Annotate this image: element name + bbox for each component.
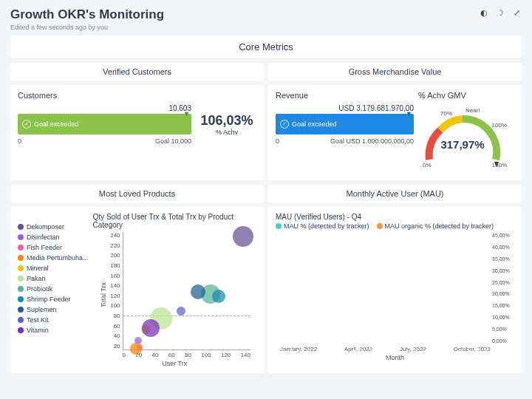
- x-tick: 100: [201, 352, 211, 358]
- mau-bar-chart[interactable]: 45,00%40,00%35,00%30,00%25,00%20,00%15,0…: [280, 233, 491, 344]
- customers-min: 0: [18, 137, 21, 145]
- y-tick: 20,00%: [492, 291, 514, 296]
- gauge-tick-70: 70%: [440, 110, 452, 117]
- goal-marker-icon: ▼: [406, 110, 412, 117]
- legend-item[interactable]: Disinfectan: [18, 233, 89, 241]
- scatter-point[interactable]: [177, 307, 185, 316]
- customers-pct-label: % Achv: [197, 129, 256, 136]
- check-icon: ✓: [280, 120, 289, 129]
- customers-progress-bar: ✓ Goal exceeded: [18, 114, 191, 134]
- scatter-plot[interactable]: 24022020018016014012010080604020 Total T…: [123, 232, 250, 350]
- mau-legend-a: MAU % (detected by tracker): [284, 222, 369, 230]
- expand-icon[interactable]: ⤢: [511, 7, 522, 18]
- x-tick: 60: [168, 352, 175, 358]
- bar-value: 14,03%: [441, 338, 446, 355]
- bar-value: 46,10%: [317, 338, 322, 355]
- legend-label: Vitamin: [27, 327, 49, 334]
- scatter-point[interactable]: [233, 226, 253, 247]
- bar-value: 21,82%: [423, 338, 429, 355]
- page-subtitle: Edited a few seconds ago by you: [10, 24, 164, 31]
- goal-marker-icon: ▼: [183, 110, 190, 117]
- x-tick: 120: [221, 352, 231, 358]
- customers-title: Customers: [18, 91, 256, 100]
- scatter-subtitle: Qty Sold of User Trx & Total Trx by Prod…: [93, 213, 256, 229]
- y-tick: 45,00%: [492, 233, 514, 238]
- dot-icon: [377, 223, 383, 229]
- gauge-tick-150: 150%: [492, 162, 507, 168]
- x-tick: 140: [241, 352, 250, 358]
- y-tick: 240: [103, 232, 120, 239]
- scatter-point[interactable]: [212, 290, 225, 303]
- legend-item[interactable]: Probiotik: [18, 285, 89, 293]
- dot-icon: [18, 255, 24, 261]
- legend-label: Pakan: [27, 275, 46, 282]
- y-tick: 35,00%: [492, 256, 514, 262]
- mau-legend-b: MAU organic % (detected by tracker): [385, 222, 494, 230]
- scatter-point[interactable]: [142, 319, 160, 337]
- legend-item[interactable]: Test Kit: [18, 316, 89, 324]
- check-icon: ✓: [22, 120, 31, 129]
- legend-item[interactable]: Suplemen: [18, 306, 89, 313]
- bar-value: 14,17%: [485, 338, 490, 355]
- customers-goal-text: Goal exceeded: [34, 120, 79, 128]
- legend-item[interactable]: Fish Feeder: [18, 244, 89, 251]
- legend-label: Mineral: [27, 265, 49, 272]
- bar-value: 27,79%: [343, 338, 348, 355]
- scatter-point[interactable]: [130, 343, 142, 355]
- y-tick: 160: [103, 273, 120, 279]
- gauge-achv-gmv: 317,97% 0% 70% Near! 100% 150%: [418, 104, 507, 174]
- subsection-verified-customers: Verified Customers: [10, 63, 264, 81]
- legend-item[interactable]: Mineral: [18, 265, 89, 272]
- bar-value: 19,81%: [477, 338, 482, 355]
- bar-value: 34,17%: [388, 338, 393, 355]
- x-tick: 40: [152, 352, 159, 358]
- bar-value: 22,83%: [432, 338, 437, 355]
- y-tick: 0,00%: [492, 338, 514, 344]
- revenue-value: USD 3.179.681.970,00: [276, 104, 414, 112]
- customers-pct: 106,03%: [197, 113, 256, 129]
- clock-icon[interactable]: ◐: [479, 7, 489, 18]
- bar-value: 47,32%: [335, 338, 340, 355]
- dot-icon: [18, 286, 24, 292]
- dot-icon: [18, 327, 24, 333]
- x-tick: 0: [123, 352, 126, 358]
- subsection-loved-products: Most Loved Products: [10, 185, 264, 202]
- card-customers: Customers 10.603 ✓ Goal exceeded ▼: [10, 85, 264, 180]
- dot-icon: [18, 317, 24, 323]
- y-tick: 80: [103, 313, 120, 319]
- bar-value: 26,24%: [307, 338, 313, 355]
- moon-icon[interactable]: ☽: [495, 7, 505, 18]
- dot-icon: [276, 223, 282, 229]
- legend-item[interactable]: Media Pertumbuha...: [18, 254, 89, 262]
- bar-value: 24,81%: [290, 338, 295, 355]
- bar-value: 27,03%: [396, 338, 401, 355]
- legend-label: Shrimp Feeder: [27, 296, 71, 303]
- y-tick: 60: [103, 323, 120, 330]
- dot-icon: [18, 276, 24, 282]
- revenue-goal: Goal USD 1.000.000.000,00: [330, 137, 414, 145]
- gauge-tick-0: 0%: [423, 162, 432, 168]
- bar-value: 26,26%: [361, 338, 366, 355]
- bar-value: 18,11%: [459, 338, 464, 355]
- y-tick: 10,00%: [492, 315, 514, 320]
- x-tick: 80: [185, 352, 191, 358]
- scatter-legend: DekomposerDisinfectanFish FeederMedia Pe…: [18, 213, 89, 367]
- bar-value: 30,76%: [282, 338, 287, 355]
- dot-icon: [18, 234, 24, 240]
- bar-value: 13,61%: [467, 338, 472, 355]
- legend-label: Probiotik: [27, 285, 52, 293]
- y-tick: 220: [103, 242, 120, 249]
- legend-label: Fish Feeder: [27, 244, 62, 251]
- card-mau: MAU (Verified Users) - Q4 MAU % (detecte…: [268, 207, 522, 373]
- achv-gmv-title: % Achv GMV: [418, 91, 514, 100]
- bar-value: 25,89%: [378, 338, 383, 355]
- legend-item[interactable]: Pakan: [18, 275, 89, 282]
- card-scatter: DekomposerDisinfectanFish FeederMedia Pe…: [10, 207, 264, 373]
- legend-label: Test Kit: [27, 316, 49, 324]
- legend-item[interactable]: Dekomposer: [18, 223, 89, 231]
- scatter-point[interactable]: [191, 284, 205, 299]
- y-tick: 30,00%: [492, 268, 514, 273]
- bar-value: 33,97%: [370, 338, 375, 355]
- legend-item[interactable]: Shrimp Feeder: [18, 296, 89, 303]
- legend-item[interactable]: Vitamin: [18, 327, 89, 334]
